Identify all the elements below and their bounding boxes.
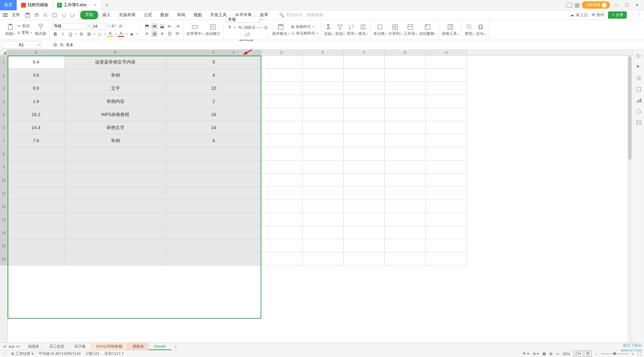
col-header-e[interactable]: E bbox=[302, 50, 344, 55]
table-style-button[interactable]: ⊞表格样式▾ bbox=[291, 24, 318, 29]
cells[interactable]: ↕ 5.4 这里是举例文字内容 5 3.6举例4 9.5文字10 1.8举例内容… bbox=[8, 56, 644, 266]
cell[interactable] bbox=[302, 56, 344, 69]
menu-tab-review[interactable]: 审阅 bbox=[173, 11, 189, 19]
select-tool-icon[interactable] bbox=[636, 53, 642, 59]
status-mode-icon[interactable]: ⬚ bbox=[3, 351, 6, 356]
cell[interactable] bbox=[261, 82, 302, 95]
cell[interactable] bbox=[65, 161, 166, 174]
cell[interactable]: 举例文字 bbox=[65, 121, 166, 134]
login-button[interactable]: 立即登录 bbox=[582, 1, 610, 9]
cell[interactable] bbox=[302, 95, 344, 108]
cell[interactable] bbox=[166, 226, 261, 239]
cell[interactable] bbox=[426, 252, 467, 266]
sheet-tab-active[interactable]: Sheet5 bbox=[149, 343, 171, 350]
clear-format-button[interactable]: ◈ bbox=[129, 31, 135, 37]
cell[interactable]: 这里是举例文字内容 bbox=[65, 56, 166, 69]
maximize-button[interactable]: ☐ bbox=[623, 1, 631, 9]
cell[interactable] bbox=[261, 213, 302, 226]
file-menu[interactable]: 文件 bbox=[10, 12, 22, 18]
italic-button[interactable]: I bbox=[60, 31, 66, 37]
name-box[interactable]: A1▾ bbox=[1, 41, 41, 49]
cell[interactable] bbox=[8, 226, 65, 239]
share-button[interactable]: ⇧ 分享 bbox=[608, 11, 627, 19]
cell[interactable] bbox=[166, 239, 261, 252]
cell[interactable] bbox=[261, 200, 302, 213]
row-header[interactable]: 6 bbox=[0, 121, 7, 134]
tab-file[interactable]: S 工作簿3.xlsx ◦ ✕ bbox=[53, 0, 101, 10]
freeze-button[interactable]: 冻结窗格▾ bbox=[419, 23, 436, 36]
cell[interactable] bbox=[344, 213, 385, 226]
zoom-level[interactable]: 90% bbox=[563, 352, 570, 356]
find-button[interactable]: 查找▾ bbox=[465, 23, 474, 36]
sheet-tab[interactable]: 田字格 bbox=[69, 343, 91, 350]
view-page-icon[interactable]: ⊞ bbox=[549, 351, 552, 356]
cell[interactable] bbox=[302, 161, 344, 174]
view-custom-icon[interactable]: ▭ bbox=[556, 351, 559, 356]
align-top-icon[interactable]: ⬒ bbox=[144, 23, 150, 29]
cell[interactable] bbox=[344, 252, 385, 266]
table-tools-button[interactable]: 表格工具▾ bbox=[442, 23, 459, 36]
merge-button[interactable]: 合并居中▾ bbox=[186, 23, 203, 36]
cell[interactable] bbox=[261, 69, 302, 82]
output-icon[interactable] bbox=[52, 12, 57, 18]
menu-tab-view[interactable]: 视图 bbox=[189, 11, 206, 19]
cell[interactable]: 14.4 bbox=[8, 121, 65, 134]
cell[interactable]: 文字 bbox=[65, 82, 166, 95]
redo-icon[interactable] bbox=[70, 12, 75, 18]
row-header[interactable]: 1 bbox=[0, 56, 7, 69]
cell[interactable] bbox=[344, 161, 385, 174]
row-header[interactable]: 15 bbox=[0, 239, 7, 252]
bold-button[interactable]: B bbox=[52, 31, 58, 37]
col-header-g[interactable]: G bbox=[385, 50, 426, 55]
menu-tab-data[interactable]: 数据 bbox=[156, 11, 173, 19]
cell[interactable] bbox=[8, 161, 65, 174]
row-header[interactable]: 12 bbox=[0, 200, 7, 213]
row-header[interactable]: 3 bbox=[0, 82, 7, 95]
cell[interactable] bbox=[302, 213, 344, 226]
cell[interactable] bbox=[385, 239, 426, 252]
cell[interactable] bbox=[385, 108, 426, 121]
cell[interactable] bbox=[65, 239, 166, 252]
cell[interactable] bbox=[344, 69, 385, 82]
cell[interactable] bbox=[261, 252, 302, 266]
menu-tab-insert[interactable]: 插入 bbox=[98, 11, 115, 19]
fill-button[interactable]: 填充▾ bbox=[358, 23, 367, 36]
cell[interactable] bbox=[344, 226, 385, 239]
col-header-h[interactable]: H bbox=[426, 50, 467, 55]
tab-close-icon[interactable]: ✕ bbox=[94, 3, 97, 7]
tab-home[interactable]: 首页 bbox=[0, 0, 17, 10]
cell[interactable] bbox=[166, 200, 261, 213]
cell[interactable] bbox=[426, 56, 467, 69]
cell[interactable] bbox=[302, 239, 344, 252]
cell-button[interactable]: 单元格▾ bbox=[373, 23, 386, 36]
cell[interactable] bbox=[344, 200, 385, 213]
cell[interactable] bbox=[8, 187, 65, 200]
cell[interactable]: 3.6 bbox=[8, 69, 65, 82]
symbol-button[interactable]: Ω符号▾ bbox=[476, 23, 485, 37]
expand-fx-icon[interactable]: ⊕ bbox=[53, 41, 57, 48]
col-header-d[interactable]: D bbox=[261, 50, 302, 55]
cell[interactable] bbox=[302, 134, 344, 147]
apps-icon[interactable]: ▦ bbox=[575, 2, 580, 8]
cell[interactable]: 16 bbox=[166, 108, 261, 121]
command-search[interactable]: 🔍 查找命令、搜索模板 bbox=[279, 12, 323, 18]
row-header[interactable]: 10 bbox=[0, 174, 7, 187]
window-layout-icon[interactable] bbox=[566, 3, 572, 8]
row-header[interactable]: 13 bbox=[0, 213, 7, 226]
cell[interactable]: 7.8 bbox=[8, 134, 65, 147]
cell[interactable]: 5 bbox=[166, 56, 261, 69]
cell[interactable]: 10 bbox=[166, 82, 261, 95]
cloud-status[interactable]: ☁ 未上云 bbox=[570, 12, 588, 18]
cell[interactable] bbox=[385, 69, 426, 82]
underline-button[interactable]: U bbox=[67, 31, 74, 37]
cell[interactable]: 2 bbox=[166, 95, 261, 108]
sheet-tab[interactable]: 课程表 bbox=[128, 343, 149, 350]
cell[interactable] bbox=[8, 147, 65, 161]
cell[interactable] bbox=[385, 82, 426, 95]
cell[interactable] bbox=[8, 213, 65, 226]
increase-decimal-icon[interactable]: .0→ bbox=[252, 24, 259, 30]
cell[interactable] bbox=[166, 161, 261, 174]
add-sheet-button[interactable]: + bbox=[171, 345, 180, 349]
align-bottom-icon[interactable]: ⬓ bbox=[159, 23, 165, 29]
row-header[interactable]: 2 bbox=[0, 69, 7, 82]
